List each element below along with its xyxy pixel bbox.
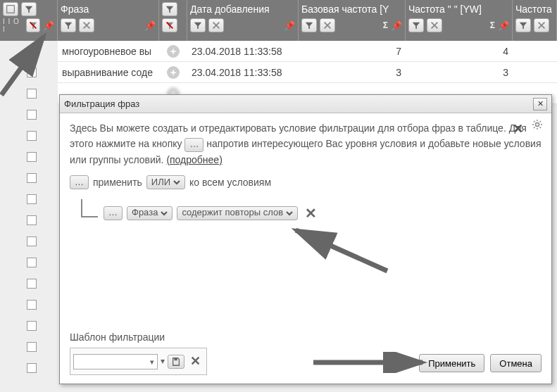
filter-icon[interactable] (61, 18, 76, 32)
col-phrase[interactable]: Фраза 📌 (58, 0, 159, 41)
apply-word: применить (93, 175, 142, 190)
cell-base-freq: 3 (299, 67, 406, 78)
filter-dialog: Фильтрация фраз ✕ ✕ Здесь Вы можете созд… (59, 94, 552, 384)
cell-freq-yw: 4 (406, 46, 513, 57)
svg-rect-14 (174, 358, 177, 360)
col-label: Базовая частота [Y (301, 4, 389, 15)
row-checkbox[interactable] (27, 68, 37, 77)
dialog-close-button[interactable]: ✕ (533, 98, 547, 110)
row-checkbox[interactable] (27, 173, 37, 183)
col-label: Частота " " [YW] (408, 4, 482, 15)
cell-date: 23.04.2018 11:33:58 (187, 67, 299, 78)
filter-icon[interactable] (301, 18, 317, 32)
row-checkbox[interactable] (27, 236, 37, 246)
checkbox-row (0, 294, 58, 315)
clear-filter-icon[interactable] (79, 18, 94, 32)
delete-template-icon[interactable]: ✕ (187, 351, 204, 372)
pin-icon[interactable]: 📌 (43, 20, 54, 31)
clear-filter-icon[interactable] (534, 18, 549, 32)
col-add (159, 0, 187, 41)
root-condition-row: … применить ИЛИ ко всем условиям (70, 175, 542, 190)
checkbox-strip (0, 41, 58, 392)
filter-icon[interactable] (162, 2, 177, 16)
row-checkbox[interactable] (27, 321, 37, 331)
row-checkbox[interactable] (27, 215, 37, 225)
row-checkbox[interactable] (27, 194, 37, 204)
add-condition-button[interactable]: … (104, 206, 123, 220)
checkbox-row (0, 315, 58, 336)
row-checkbox[interactable] (27, 131, 37, 141)
table-row[interactable]: выравнивание соде+23.04.2018 11:33:5833 (58, 62, 557, 83)
col-base-freq[interactable]: Базовая частота [Y Σ 📌 (299, 0, 406, 41)
row-checkbox[interactable] (27, 363, 37, 373)
row-checkbox[interactable] (27, 89, 37, 99)
checkbox-row (0, 146, 58, 167)
cell-base-freq: 7 (299, 46, 406, 57)
pin-icon[interactable]: 📌 (144, 20, 156, 31)
pin-icon[interactable]: 📌 (284, 20, 295, 31)
delete-condition-icon[interactable]: ✕ (302, 202, 320, 225)
row-checkbox[interactable] (27, 342, 37, 352)
svg-point-13 (536, 123, 539, 127)
dialog-titlebar: Фильтрация фраз ✕ (60, 95, 551, 113)
pin-icon[interactable]: 📌 (498, 20, 509, 31)
filter-icon[interactable] (21, 2, 37, 16)
pin-icon[interactable]: 📌 (391, 20, 402, 31)
cell-add[interactable]: + (159, 45, 187, 58)
more-link[interactable]: (подробнее) (166, 154, 222, 165)
template-section: Шаблон фильтрации ▾ ✕ (70, 329, 207, 375)
cell-date: 23.04.2018 11:33:58 (187, 46, 299, 57)
clear-filter-icon[interactable] (320, 18, 335, 32)
row-checkbox[interactable] (27, 300, 37, 310)
row-checkbox[interactable] (27, 46, 37, 56)
template-label: Шаблон фильтрации (70, 329, 207, 345)
select-all-icon[interactable] (3, 2, 18, 16)
filter-icon[interactable] (190, 18, 206, 32)
cell-freq-yw: 3 (406, 67, 513, 78)
toggle-bits: I I O I (3, 18, 23, 33)
clear-filter-icon[interactable] (427, 18, 442, 32)
ellipsis-button[interactable]: … (184, 138, 204, 152)
col-freq-yw[interactable]: Частота " " [YW] Σ 📌 (406, 0, 513, 41)
to-all-text: ко всем условиям (189, 175, 271, 190)
clear-filter-icon[interactable] (162, 18, 177, 32)
row-checkbox[interactable] (27, 279, 37, 289)
col-date[interactable]: Дата добавления 📌 (187, 0, 299, 41)
row-checkbox[interactable] (27, 110, 37, 120)
add-condition-button[interactable]: … (70, 175, 89, 189)
svg-rect-0 (7, 6, 15, 13)
sum-icon[interactable]: Σ (383, 20, 388, 30)
plus-icon[interactable]: + (167, 45, 180, 58)
close-icon[interactable]: ✕ (513, 119, 523, 139)
operator-select[interactable]: содержит повторы слов (177, 206, 298, 220)
row-checkbox[interactable] (27, 152, 37, 162)
logic-op-select[interactable]: ИЛИ (146, 175, 185, 189)
col-freq-last[interactable]: Частота (513, 0, 557, 41)
gear-icon[interactable] (532, 119, 543, 134)
apply-button[interactable]: Применить (419, 354, 484, 372)
checkbox-row (0, 210, 58, 231)
save-template-icon[interactable] (168, 355, 184, 369)
col-label: Частота (515, 4, 552, 15)
col-label: Фраза (61, 4, 89, 15)
cell-add[interactable]: + (159, 66, 187, 79)
template-select[interactable] (73, 354, 158, 369)
col-label: Дата добавления (190, 4, 270, 15)
filter-icon[interactable] (515, 18, 531, 32)
child-condition-row: … Фраза содержит повторы слов ✕ (70, 202, 542, 225)
cancel-button[interactable]: Отмена (490, 354, 542, 372)
sum-icon[interactable]: Σ (490, 20, 495, 30)
field-select[interactable]: Фраза (127, 206, 173, 220)
tree-line (81, 199, 98, 217)
checkbox-row (0, 125, 58, 146)
checkbox-row (0, 41, 58, 62)
plus-icon[interactable]: + (167, 66, 180, 79)
clear-filter-icon[interactable] (208, 18, 224, 32)
checkbox-row (0, 167, 58, 189)
table-row[interactable]: многоуровневое вы+23.04.2018 11:33:5874 (58, 41, 557, 62)
cell-phrase: выравнивание соде (58, 67, 159, 78)
clear-filter-icon[interactable] (26, 18, 40, 32)
filter-icon[interactable] (408, 18, 424, 32)
checkbox-row (0, 231, 58, 252)
row-checkbox[interactable] (27, 258, 37, 267)
